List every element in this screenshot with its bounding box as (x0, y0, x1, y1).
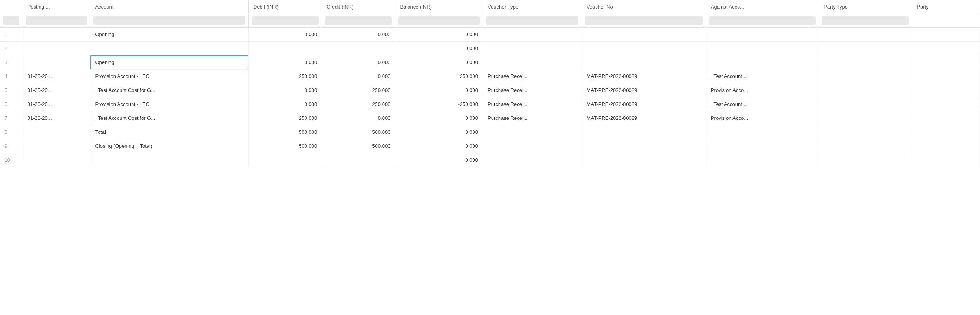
posting-date-cell[interactable]: 01-26-20... (23, 111, 90, 125)
credit-cell[interactable] (322, 42, 395, 55)
col-header-credit[interactable]: Credit (INR) (322, 0, 395, 14)
table-row[interactable]: 601-26-20...Provision Account - _TC0.000… (0, 97, 980, 111)
voucher-type-cell[interactable]: Purchase Recei... (483, 111, 582, 125)
col-header-debit[interactable]: Debit (INR) (248, 0, 322, 14)
credit-cell[interactable] (322, 153, 395, 167)
against-cell[interactable]: Provision Acco... (706, 83, 819, 97)
voucher-no-cell[interactable] (582, 139, 706, 153)
row-num-cell[interactable]: 4 (0, 69, 23, 83)
balance-cell[interactable]: 0.000 (395, 55, 483, 69)
party-type-cell[interactable] (819, 28, 912, 42)
posting-date-cell[interactable] (23, 42, 90, 55)
voucher-no-cell[interactable] (582, 28, 706, 42)
balance-cell[interactable]: 0.000 (395, 111, 483, 125)
account-cell[interactable] (90, 42, 249, 55)
row-num-cell[interactable]: 6 (0, 97, 23, 111)
col-header-party-type[interactable]: Party Type (819, 0, 912, 14)
party-cell[interactable] (912, 28, 980, 42)
debit-cell[interactable] (248, 42, 322, 55)
posting-date-cell[interactable] (23, 139, 90, 153)
table-row[interactable]: 8Total500.000500.0000.000 (0, 125, 980, 139)
debit-cell[interactable]: 250.000 (248, 69, 322, 83)
party-type-cell[interactable] (819, 42, 912, 55)
party-type-cell[interactable] (819, 55, 912, 69)
voucher-type-cell[interactable]: Purchase Recei... (483, 97, 582, 111)
balance-cell[interactable]: 0.000 (395, 83, 483, 97)
table-row[interactable]: 20.000 (0, 42, 980, 55)
party-cell[interactable] (912, 97, 980, 111)
voucher-type-cell[interactable] (483, 55, 582, 69)
balance-cell[interactable]: 0.000 (395, 28, 483, 42)
voucher-type-cell[interactable] (483, 139, 582, 153)
posting-date-cell[interactable]: 01-25-20... (23, 83, 90, 97)
voucher-type-cell[interactable] (483, 125, 582, 139)
party-type-cell[interactable] (819, 83, 912, 97)
party-type-cell[interactable] (819, 97, 912, 111)
debit-cell[interactable]: 250.000 (248, 111, 322, 125)
party-cell[interactable] (912, 55, 980, 69)
party-cell[interactable] (912, 69, 980, 83)
account-cell[interactable]: Opening (90, 28, 249, 42)
debit-cell[interactable]: 500.000 (248, 139, 322, 153)
credit-cell[interactable]: 500.000 (322, 139, 395, 153)
col-header-account[interactable]: Account (90, 0, 249, 14)
posting-date-cell[interactable] (23, 28, 90, 42)
voucher-no-cell[interactable] (582, 125, 706, 139)
voucher-no-cell[interactable]: MAT-PRE-2022-00089 (582, 69, 706, 83)
row-num-cell[interactable]: 1 (0, 28, 23, 42)
posting-date-cell[interactable] (23, 153, 90, 167)
against-cell[interactable] (706, 42, 819, 55)
credit-cell[interactable]: 250.000 (322, 83, 395, 97)
debit-cell[interactable] (248, 153, 322, 167)
debit-cell[interactable]: 500.000 (248, 125, 322, 139)
row-num-cell[interactable]: 5 (0, 83, 23, 97)
account-cell[interactable]: Provision Account - _TC (90, 69, 249, 83)
against-cell[interactable] (706, 28, 819, 42)
party-cell[interactable] (912, 111, 980, 125)
party-type-cell[interactable] (819, 111, 912, 125)
party-cell[interactable] (912, 83, 980, 97)
row-num-cell[interactable]: 2 (0, 42, 23, 55)
posting-date-cell[interactable]: 01-25-20... (23, 69, 90, 83)
account-cell[interactable]: Provision Account - _TC (90, 97, 249, 111)
balance-cell[interactable]: 0.000 (395, 139, 483, 153)
voucher-no-cell[interactable] (582, 55, 706, 69)
debit-cell[interactable]: 0.000 (248, 83, 322, 97)
party-type-cell[interactable] (819, 153, 912, 167)
party-type-cell[interactable] (819, 69, 912, 83)
party-type-cell[interactable] (819, 139, 912, 153)
party-cell[interactable] (912, 42, 980, 55)
voucher-type-cell[interactable]: Purchase Recei... (483, 83, 582, 97)
col-header-voucher-no[interactable]: Voucher No (582, 0, 706, 14)
table-row[interactable]: 701-26-20..._Test Account Cost for G...2… (0, 111, 980, 125)
table-row[interactable]: 100.000 (0, 153, 980, 167)
against-cell[interactable] (706, 153, 819, 167)
against-cell[interactable] (706, 125, 819, 139)
posting-date-cell[interactable] (23, 55, 90, 69)
debit-cell[interactable]: 0.000 (248, 97, 322, 111)
debit-cell[interactable]: 0.000 (248, 55, 322, 69)
account-cell[interactable]: _Test Account Cost for G... (90, 83, 249, 97)
table-row[interactable]: 401-25-20...Provision Account - _TC250.0… (0, 69, 980, 83)
table-row[interactable]: 9Closing (Opening + Total)500.000500.000… (0, 139, 980, 153)
row-num-cell[interactable]: 8 (0, 125, 23, 139)
party-cell[interactable] (912, 125, 980, 139)
account-cell[interactable]: Closing (Opening + Total) (90, 139, 249, 153)
col-header-row-num[interactable] (0, 0, 23, 14)
party-cell[interactable] (912, 139, 980, 153)
balance-cell[interactable]: 0.000 (395, 125, 483, 139)
against-cell[interactable]: Provision Acco... (706, 111, 819, 125)
against-cell[interactable]: _Test Account ... (706, 97, 819, 111)
party-cell[interactable] (912, 153, 980, 167)
credit-cell[interactable]: 500.000 (322, 125, 395, 139)
party-type-cell[interactable] (819, 125, 912, 139)
posting-date-cell[interactable] (23, 125, 90, 139)
credit-cell[interactable]: 0.000 (322, 111, 395, 125)
table-row[interactable]: 3Opening0.0000.0000.000 (0, 55, 980, 69)
row-num-cell[interactable]: 9 (0, 139, 23, 153)
voucher-no-cell[interactable]: MAT-PRE-2022-00089 (582, 83, 706, 97)
voucher-type-cell[interactable] (483, 28, 582, 42)
credit-cell[interactable]: 0.000 (322, 28, 395, 42)
col-header-against[interactable]: Against Acco... (706, 0, 819, 14)
col-header-party[interactable]: Party (912, 0, 980, 14)
